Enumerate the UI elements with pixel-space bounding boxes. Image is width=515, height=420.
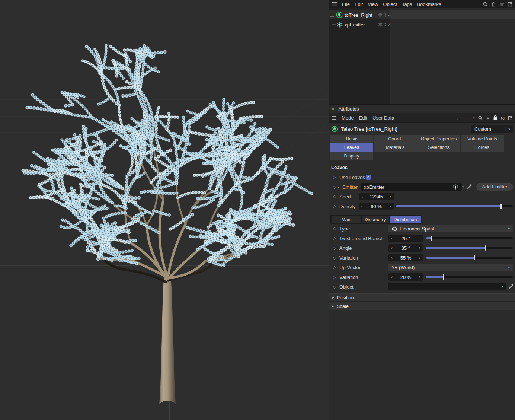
use-leaves-checkbox[interactable]: ✓ [366, 175, 371, 180]
tab-display[interactable]: Display [330, 152, 373, 160]
variation-slider-fill[interactable] [426, 276, 444, 278]
object-row-xpemitter[interactable]: xpEmitter ✓ [329, 20, 515, 29]
layer-icon[interactable] [378, 13, 383, 18]
expand-arrow-icon[interactable]: › [338, 185, 339, 189]
filter-icon[interactable] [499, 2, 504, 6]
type-dropdown[interactable]: Fibonacci Spiral ▾ [388, 225, 513, 232]
variation-slider[interactable] [426, 257, 513, 259]
close-icon[interactable]: × [332, 106, 335, 112]
up-arrow-icon[interactable]: ↑ [473, 115, 475, 121]
tab-object-properties[interactable]: Object Properties [417, 135, 460, 143]
menu-bookmarks[interactable]: Bookmarks [417, 1, 441, 7]
variation-value[interactable]: 20 % [393, 274, 419, 280]
visibility-dots-icon[interactable] [384, 22, 386, 27]
menu-file[interactable]: File [342, 1, 350, 7]
eyedropper-icon[interactable] [467, 184, 472, 190]
density-value[interactable]: 90 % [363, 204, 390, 209]
enabled-check-icon[interactable]: ✓ [388, 22, 391, 27]
twist-slider[interactable] [426, 237, 513, 239]
emitter-link-field[interactable]: xpEmitter [361, 183, 462, 191]
stepper-increase-icon[interactable]: › [390, 204, 391, 209]
attr-menu-user-data[interactable]: User Data [372, 115, 394, 121]
variation-stepper[interactable]: ‹ 55 % › [388, 254, 423, 261]
filter-icon[interactable] [486, 116, 490, 120]
search-icon[interactable] [483, 2, 488, 7]
expand-toggle-icon[interactable]: + [330, 13, 334, 17]
anim-diamond-icon[interactable]: ◇ [333, 194, 336, 199]
tab-basic[interactable]: Basic [330, 135, 373, 143]
subtab-main[interactable]: Main [332, 216, 361, 223]
seed-stepper[interactable]: ‹ 12345 › [359, 193, 394, 200]
seed-value[interactable]: 12345 [363, 194, 390, 200]
angle-stepper[interactable]: ‹ 35 ° › [388, 244, 423, 252]
stepper-increase-icon[interactable]: › [419, 255, 420, 260]
angle-slider[interactable] [426, 247, 513, 249]
variation-slider[interactable] [426, 276, 513, 278]
object-link-field[interactable]: ▾ [388, 283, 506, 290]
density-slider[interactable] [396, 205, 513, 207]
anim-diamond-icon[interactable]: ◇ [333, 275, 336, 280]
density-stepper[interactable]: ‹ 90 % › [359, 203, 394, 210]
target-icon[interactable]: ⊙ [500, 115, 505, 121]
anim-diamond-icon[interactable]: ◇ [333, 255, 336, 260]
tab-forces[interactable]: Forces [461, 143, 504, 152]
tab-coord[interactable]: Coord. [374, 135, 417, 143]
eyedropper-icon[interactable] [508, 284, 514, 289]
forward-arrow-icon[interactable]: → [464, 115, 470, 121]
menu-view[interactable]: View [368, 1, 378, 7]
subtab-distribution[interactable]: Distribution [390, 216, 421, 223]
up-vector-dropdown[interactable]: Y+ (World) ▾ [388, 264, 513, 271]
tab-materials[interactable]: Materials [374, 143, 417, 152]
variation-slider-fill[interactable] [426, 257, 474, 259]
lock-icon[interactable] [493, 115, 498, 120]
anim-diamond-icon[interactable]: ◇ [333, 265, 336, 270]
chevron-down-icon[interactable]: ▾ [462, 185, 464, 189]
enabled-check-icon[interactable]: ✓ [388, 13, 391, 18]
hamburger-menu-icon[interactable] [332, 2, 337, 6]
hamburger-menu-icon[interactable] [332, 116, 336, 120]
twist-value[interactable]: 25 ° [393, 236, 419, 241]
object-row-totree-right[interactable]: + toTree_Right ✓ [329, 10, 515, 19]
angle-value[interactable]: 35 ° [393, 245, 419, 251]
anim-diamond-icon[interactable]: ◇ [333, 204, 336, 209]
home-icon[interactable] [491, 2, 496, 7]
preset-dropdown[interactable]: Custom ▾ [471, 125, 513, 133]
menu-edit[interactable]: Edit [355, 1, 363, 7]
variation-stepper[interactable]: ‹ 20 % › [388, 273, 423, 281]
group-scale[interactable]: ▸ Scale [329, 302, 515, 310]
stepper-increase-icon[interactable]: › [419, 274, 420, 280]
variation-value[interactable]: 55 % [393, 255, 419, 261]
back-arrow-icon[interactable]: ← [456, 115, 461, 121]
menu-object[interactable]: Object [383, 1, 397, 7]
tab-selections[interactable]: Selections [417, 143, 460, 152]
viewport-3d[interactable] [0, 0, 329, 420]
twist-slider-fill[interactable] [426, 237, 432, 239]
subtab-geometry[interactable]: Geometry [362, 216, 389, 223]
angle-slider-fill[interactable] [426, 247, 486, 249]
search-icon[interactable] [478, 116, 483, 120]
anim-diamond-icon[interactable]: ◇ [333, 284, 336, 289]
stepper-increase-icon[interactable]: › [390, 194, 391, 199]
add-emitter-button[interactable]: Add Emitter [476, 183, 513, 191]
visibility-dots-icon[interactable] [384, 13, 386, 17]
density-slider-fill[interactable] [396, 205, 501, 207]
anim-diamond-icon[interactable]: ◇ [333, 175, 336, 180]
stepper-increase-icon[interactable]: › [419, 236, 420, 241]
viewport-canvas[interactable] [0, 0, 329, 420]
anim-diamond-icon[interactable]: ◇ [333, 185, 336, 190]
menu-tags[interactable]: Tags [402, 1, 412, 7]
stepper-increase-icon[interactable]: › [419, 245, 420, 251]
attr-menu-mode[interactable]: Mode [342, 115, 354, 121]
object-name[interactable]: xpEmitter [345, 22, 365, 28]
tab-volume-points[interactable]: Volume Points [461, 135, 504, 143]
popout-icon[interactable] [508, 2, 512, 7]
tab-leaves[interactable]: Leaves [330, 143, 373, 152]
attr-menu-edit[interactable]: Edit [359, 115, 367, 121]
group-position[interactable]: ▸ Position [329, 293, 515, 302]
twist-stepper[interactable]: ‹ 25 ° › [388, 235, 423, 242]
layer-icon[interactable] [378, 22, 383, 27]
anim-diamond-icon[interactable]: ◇ [333, 246, 336, 251]
anim-diamond-icon[interactable]: ◇ [333, 236, 336, 241]
object-name[interactable]: toTree_Right [345, 12, 372, 18]
anim-diamond-icon[interactable]: ◇ [333, 226, 336, 231]
